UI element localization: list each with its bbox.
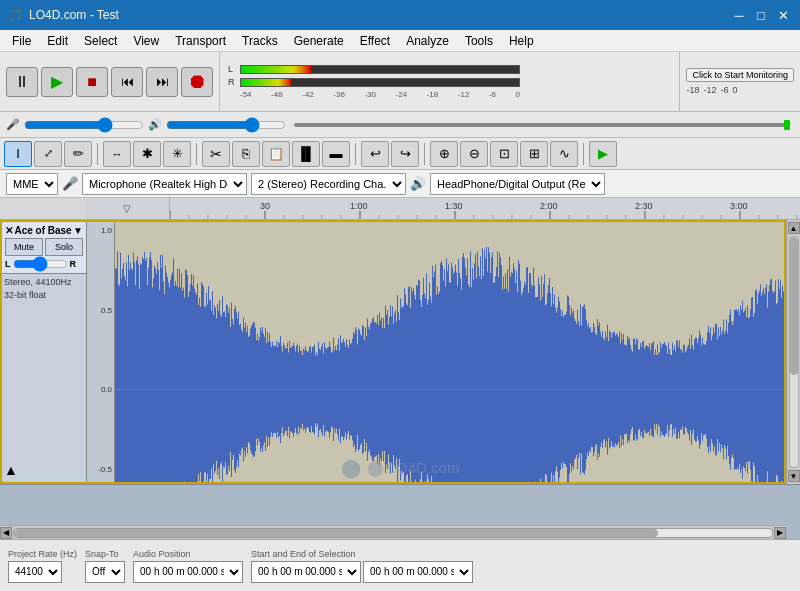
hscroll-thumb [14,529,658,537]
hscroll-right-btn[interactable]: ▶ [774,527,786,539]
copy-btn[interactable]: ⎘ [232,141,260,167]
speaker-icon: 🔊 [148,118,162,131]
output-device-select[interactable]: HeadPhone/Digital Output (Realt [430,173,605,195]
vscroll-up-btn[interactable]: ▲ [788,222,800,234]
volume-row: 🎤 🔊 [0,112,800,138]
project-rate-select[interactable]: 44100 [8,561,62,583]
track-controls: ✕ Ace of Base ▼ Mute Solo L R St [2,222,87,482]
meter-L-label: L [228,64,236,74]
tools-toolbar: I ⤢ ✏ ↔ ✱ ✳ ✂ ⎘ 📋 ▐▌ ▬ ↩ ↪ ⊕ ⊖ ⊡ ⊞ ∿ ▶ [0,138,800,170]
zoom-tool-btn[interactable]: ✱ [133,141,161,167]
snap-select[interactable]: Off [85,561,125,583]
meter-L-fill [241,66,311,73]
track-outer: ✕ Ace of Base ▼ Mute Solo L R St [0,220,786,484]
multi-tool-btn[interactable]: ✳ [163,141,191,167]
skip-end-btn[interactable]: ⏭ [146,67,178,97]
audio-pos-label: Audio Position [133,549,243,559]
output-icon: 🔊 [410,176,426,191]
selection-tool-btn[interactable]: I [4,141,32,167]
menu-generate[interactable]: Generate [286,32,352,50]
skip-start-btn[interactable]: ⏮ [111,67,143,97]
minimize-btn[interactable]: ─ [730,6,748,24]
paste-btn[interactable]: 📋 [262,141,290,167]
title-bar: 🎵 LO4D.com - Test ─ □ ✕ [0,0,800,30]
y-label-1-0: 1.0 [87,226,114,235]
menu-transport[interactable]: Transport [167,32,234,50]
timeline-ruler: ▽ [0,198,800,220]
hscrollbar [13,528,773,538]
snap-group: Snap-To Off [85,549,125,583]
y-axis-top: 1.0 0.5 0.0 -0.5 -1.0 [87,222,115,482]
window-title: LO4D.com - Test [29,8,119,22]
status-bar: Project Rate (Hz) 44100 Snap-To Off Audi… [0,539,800,591]
menu-help[interactable]: Help [501,32,542,50]
audio-host-select[interactable]: MME [6,173,58,195]
trim-btn[interactable]: ▐▌ [292,141,320,167]
audio-pos-group: Audio Position 00 h 00 m 00.000 s [133,549,243,583]
input-vol-slider[interactable] [24,117,144,133]
record-btn[interactable]: ⏺ [181,67,213,97]
zoom-out-btn[interactable]: ⊖ [460,141,488,167]
timeshift-tool-btn[interactable]: ↔ [103,141,131,167]
mute-btn[interactable]: Mute [5,238,43,256]
sel-start-select[interactable]: 00 h 00 m 00.000 s [251,561,361,583]
hscroll-left-btn[interactable]: ◀ [0,527,12,539]
menu-effect[interactable]: Effect [352,32,398,50]
vscroll-down-btn[interactable]: ▼ [788,470,800,482]
device-bar: MME 🎤 Microphone (Realtek High Defi 2 (S… [0,170,800,198]
solo-btn[interactable]: Solo [45,238,83,256]
sep3 [355,143,356,165]
pan-slider[interactable] [13,258,68,270]
menu-tracks[interactable]: Tracks [234,32,286,50]
monitor-btn[interactable]: Click to Start Monitoring [686,68,794,82]
meter-R-bar [240,78,520,87]
track-expand-btn[interactable]: ▲ [4,462,18,478]
play-btn[interactable]: ▶ [41,67,73,97]
input-device-select[interactable]: Microphone (Realtek High Defi [82,173,247,195]
ruler-canvas [170,198,800,219]
maximize-btn[interactable]: □ [752,6,770,24]
undo-btn[interactable]: ↩ [361,141,389,167]
channels-select[interactable]: 2 (Stereo) Recording Cha... [251,173,406,195]
menu-view[interactable]: View [125,32,167,50]
zoom-wave-btn[interactable]: ∿ [550,141,578,167]
menu-edit[interactable]: Edit [39,32,76,50]
track-close-btn[interactable]: ✕ [5,225,13,236]
output-vol-slider[interactable] [166,117,286,133]
transport-section: ⏸ ▶ ■ ⏮ ⏭ ⏺ [0,52,220,111]
audio-pos-select[interactable]: 00 h 00 m 00.000 s [133,561,243,583]
monitor-section: Click to Start Monitoring -18-12-60 [679,52,800,111]
app-window: 🎵 LO4D.com - Test ─ □ ✕ File Edit Select… [0,0,800,591]
mic-icon: 🎤 [6,118,20,131]
silence-btn[interactable]: ▬ [322,141,350,167]
track-ctrl-bottom: ▲ [2,303,86,482]
envelope-tool-btn[interactable]: ⤢ [34,141,62,167]
y-label-0-5: 0.5 [87,306,114,315]
menu-file[interactable]: File [4,32,39,50]
y-label-0-0-top: 0.0 [87,385,114,394]
cut-btn[interactable]: ✂ [202,141,230,167]
zoom-sel-btn[interactable]: ⊡ [490,141,518,167]
draw-tool-btn[interactable]: ✏ [64,141,92,167]
close-btn[interactable]: ✕ [774,6,792,24]
channel-top: 1.0 0.5 0.0 -0.5 -1.0 [87,222,784,482]
y-label-n0-5: -0.5 [87,465,114,474]
ruler-left-panel: ▽ [85,198,170,219]
menu-tools[interactable]: Tools [457,32,501,50]
meters-section: L R -54-48-42-36-30-24-18-12-60 [220,52,679,111]
pause-btn[interactable]: ⏸ [6,67,38,97]
zoom-in-btn[interactable]: ⊕ [430,141,458,167]
menu-analyze[interactable]: Analyze [398,32,457,50]
sel-end-select[interactable]: 00 h 00 m 00.000 s [363,561,473,583]
sel-label: Start and End of Selection [251,549,473,559]
redo-btn[interactable]: ↪ [391,141,419,167]
track-info: Stereo, 44100Hz 32-bit float [2,274,86,303]
track-dropdown-btn[interactable]: ▼ [73,225,83,236]
zoom-fit-btn[interactable]: ⊞ [520,141,548,167]
project-rate-label: Project Rate (Hz) [8,549,77,559]
pan-R-label: R [70,259,77,269]
stop-btn[interactable]: ■ [76,67,108,97]
input-mic-icon: 🎤 [62,176,78,191]
menu-select[interactable]: Select [76,32,125,50]
play-at-btn[interactable]: ▶ [589,141,617,167]
